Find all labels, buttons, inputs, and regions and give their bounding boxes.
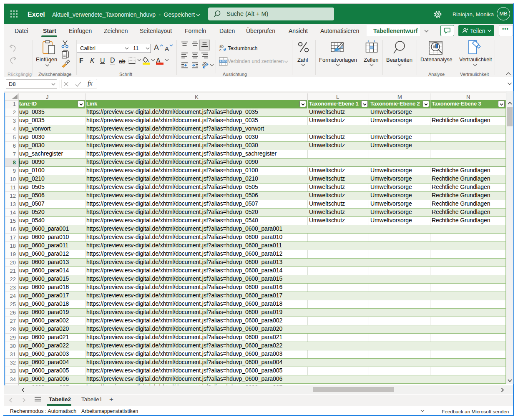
svg-text:c: c <box>219 48 221 52</box>
